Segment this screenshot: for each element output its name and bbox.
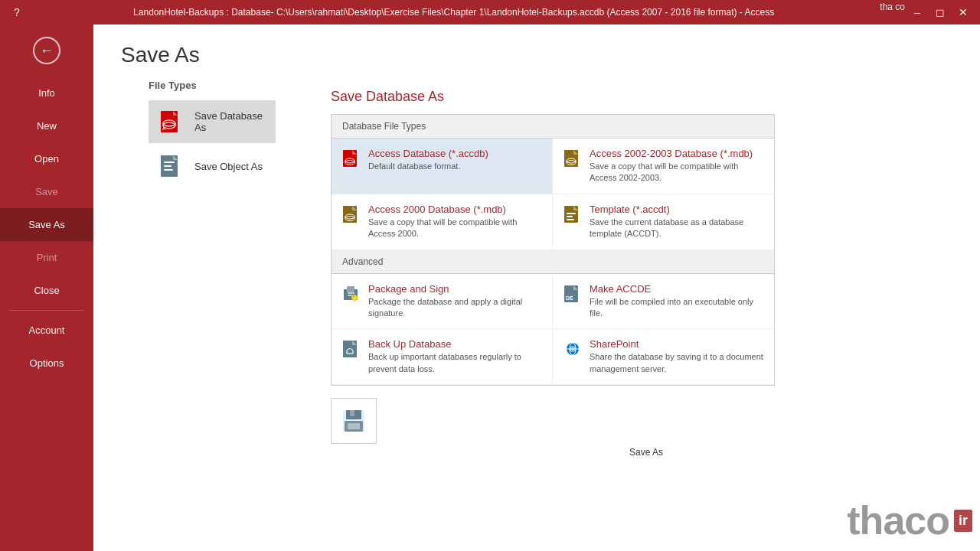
close-button[interactable]: ✕	[952, 2, 974, 23]
template-text: Template (*.accdt) Save the current data…	[590, 204, 763, 240]
content-area: Save As File Types A	[93, 24, 980, 551]
option-package-sign[interactable]: ✓ Package and Sign Package the database …	[332, 274, 553, 330]
backup-desc: Back up important databases regularly to…	[368, 351, 541, 375]
mdb2002-desc: Save a copy that will be compatible with…	[590, 161, 763, 184]
backup-text: Back Up Database Back up important datab…	[368, 338, 541, 375]
accdb-desc: Default database format.	[368, 161, 488, 172]
save-as-action-area: Save As	[331, 398, 962, 458]
watermark-badge: ir	[954, 510, 972, 532]
sidebar-item-close[interactable]: Close	[0, 274, 93, 307]
option-accdb[interactable]: Access Database (*.accdb) Default databa…	[332, 139, 553, 194]
restore-button[interactable]: ◻	[929, 2, 951, 23]
sidebar-item-save: Save	[0, 175, 93, 208]
save-object-icon	[159, 154, 184, 178]
sidebar-item-options[interactable]: Options	[0, 347, 93, 380]
template-icon	[564, 205, 582, 223]
accdb-text: Access Database (*.accdb) Default databa…	[368, 148, 488, 172]
save-database-as-title: Save Database As	[331, 77, 962, 114]
make-accde-icon: DE	[564, 285, 582, 303]
file-types-panel: A Save Database As	[149, 100, 276, 187]
svg-rect-36	[347, 286, 354, 292]
svg-rect-32	[567, 213, 576, 214]
back-circle-icon[interactable]: ←	[33, 37, 60, 64]
save-object-label: Save Object As	[194, 161, 263, 172]
sidebar-item-save-as[interactable]: Save As	[0, 208, 93, 241]
sidebar: ← Info New Open Save Save As Print Close…	[0, 24, 93, 551]
svg-rect-34	[567, 219, 574, 220]
template-title: Template (*.accdt)	[590, 204, 763, 215]
thaco-label: tha co	[880, 2, 905, 23]
mdb2002-title: Access 2002-2003 Database (*.mdb)	[590, 148, 763, 159]
app-body: ← Info New Open Save Save As Print Close…	[0, 24, 980, 551]
back-button[interactable]: ←	[0, 24, 93, 77]
package-sign-icon: ✓	[342, 285, 361, 303]
sharepoint-text: SharePoint Share the database by saving …	[590, 338, 763, 375]
mdb2002-icon	[564, 149, 582, 168]
file-type-save-object-as[interactable]: Save Object As	[149, 145, 276, 187]
help-button[interactable]: ?	[6, 2, 28, 23]
watermark: thaco ir	[847, 497, 972, 543]
mdb2000-icon	[342, 205, 361, 223]
sharepoint-title: SharePoint	[590, 338, 763, 350]
sharepoint-desc: Share the database by saving it to a doc…	[590, 351, 763, 375]
template-desc: Save the current database as a database …	[590, 217, 763, 240]
save-database-label: Save Database As	[194, 110, 265, 133]
option-mdb2002[interactable]: Access 2002-2003 Database (*.mdb) Save a…	[553, 139, 774, 194]
package-sign-text: Package and Sign Package the database an…	[368, 283, 541, 320]
option-mdb2000[interactable]: Access 2000 Database (*.mdb) Save a copy…	[332, 194, 553, 250]
save-database-icon: A	[159, 109, 184, 134]
title-bar-left: ?	[6, 2, 28, 23]
minimize-button[interactable]: –	[906, 2, 928, 23]
mdb2000-title: Access 2000 Database (*.mdb)	[368, 204, 541, 215]
svg-rect-57	[348, 423, 360, 429]
svg-rect-11	[164, 169, 173, 171]
accdb-title: Access Database (*.accdb)	[368, 148, 488, 159]
svg-rect-10	[164, 165, 172, 167]
sidebar-item-new[interactable]: New	[0, 109, 93, 142]
db-file-types-header: Database File Types	[332, 115, 774, 139]
advanced-header: Advanced	[332, 250, 774, 274]
sidebar-divider	[9, 310, 84, 311]
backup-title: Back Up Database	[368, 338, 541, 350]
svg-rect-9	[164, 161, 175, 163]
title-bar-title: LandonHotel-Backups : Database- C:\Users…	[28, 7, 880, 18]
make-accde-desc: File will be compiled into an executable…	[590, 296, 763, 320]
file-types-label: File Types	[121, 77, 303, 100]
svg-text:DE: DE	[566, 295, 573, 301]
file-type-save-database-as[interactable]: A Save Database As	[149, 100, 276, 143]
svg-rect-55	[350, 410, 354, 416]
save-as-label: Save As	[331, 447, 962, 458]
make-accde-text: Make ACCDE File will be compiled into an…	[590, 283, 763, 320]
options-box: Database File Types	[331, 114, 775, 386]
mdb2000-desc: Save a copy that will be compatible with…	[368, 217, 541, 240]
sharepoint-icon	[564, 340, 582, 358]
db-file-types-grid: Access Database (*.accdb) Default databa…	[332, 139, 774, 250]
sidebar-item-open[interactable]: Open	[0, 142, 93, 175]
main-layout: File Types A	[93, 77, 980, 551]
page-title: Save As	[93, 24, 980, 77]
save-as-button[interactable]	[331, 398, 377, 444]
package-sign-title: Package and Sign	[368, 283, 541, 295]
title-bar: ? LandonHotel-Backups : Database- C:\Use…	[0, 0, 980, 24]
option-template[interactable]: Template (*.accdt) Save the current data…	[553, 194, 774, 250]
mdb2000-text: Access 2000 Database (*.mdb) Save a copy…	[368, 204, 541, 240]
option-sharepoint[interactable]: SharePoint Share the database by saving …	[553, 329, 774, 385]
file-types-section: File Types A	[93, 77, 331, 551]
accdb-icon	[342, 149, 361, 168]
make-accde-title: Make ACCDE	[590, 283, 763, 295]
mdb2002-text: Access 2002-2003 Database (*.mdb) Save a…	[590, 148, 763, 184]
sidebar-item-account[interactable]: Account	[0, 314, 93, 347]
watermark-text: thaco	[847, 497, 949, 543]
advanced-grid: ✓ Package and Sign Package the database …	[332, 274, 774, 386]
sidebar-item-print: Print	[0, 241, 93, 274]
svg-rect-33	[567, 216, 573, 217]
option-backup[interactable]: Back Up Database Back up important datab…	[332, 329, 553, 385]
save-database-as-section: Save Database As Database File Types	[331, 77, 980, 551]
package-sign-desc: Package the database and apply a digital…	[368, 296, 541, 320]
sidebar-item-info[interactable]: Info	[0, 77, 93, 109]
window-controls: tha co – ◻ ✕	[880, 2, 974, 23]
option-make-accde[interactable]: DE Make ACCDE File will be compiled into…	[553, 274, 774, 330]
backup-icon	[342, 340, 361, 358]
svg-text:✓: ✓	[353, 296, 357, 301]
